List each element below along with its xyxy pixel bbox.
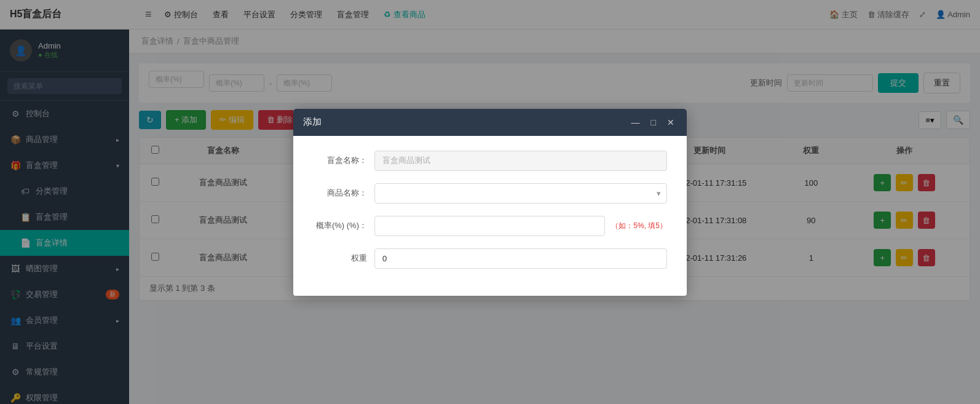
prob-input[interactable] [374,216,605,236]
weight-input[interactable] [374,248,667,269]
box-name-label: 盲盒名称： [313,155,374,166]
prob-hint: （如：5%, 填5） [611,221,667,231]
form-row-product: 商品名称： ▾ [313,183,667,204]
product-label: 商品名称： [313,188,374,199]
form-row-prob: 概率(%) (%)： （如：5%, 填5） [313,216,667,236]
modal-overlay[interactable]: 添加 — □ ✕ 盲盒名称： 商品名称： ▾ [0,0,980,404]
modal-actions: — □ ✕ [629,116,677,129]
modal-body: 盲盒名称： 商品名称： ▾ 概率(%) (%)： （如：5%, 填5） 权重 [293,136,687,296]
form-row-box-name: 盲盒名称： [313,151,667,171]
modal-close-button[interactable]: ✕ [665,116,677,129]
modal-minimize-button[interactable]: — [629,116,642,129]
add-modal: 添加 — □ ✕ 盲盒名称： 商品名称： ▾ [293,109,687,296]
product-select[interactable] [374,183,667,204]
form-row-weight: 权重 [313,248,667,269]
prob-label: 概率(%) (%)： [313,220,374,231]
product-select-wrap: ▾ [374,183,667,204]
modal-title: 添加 [303,116,322,128]
box-name-input[interactable] [374,151,667,171]
modal-maximize-button[interactable]: □ [649,116,658,129]
modal-header: 添加 — □ ✕ [293,109,687,136]
weight-label: 权重 [313,253,374,264]
